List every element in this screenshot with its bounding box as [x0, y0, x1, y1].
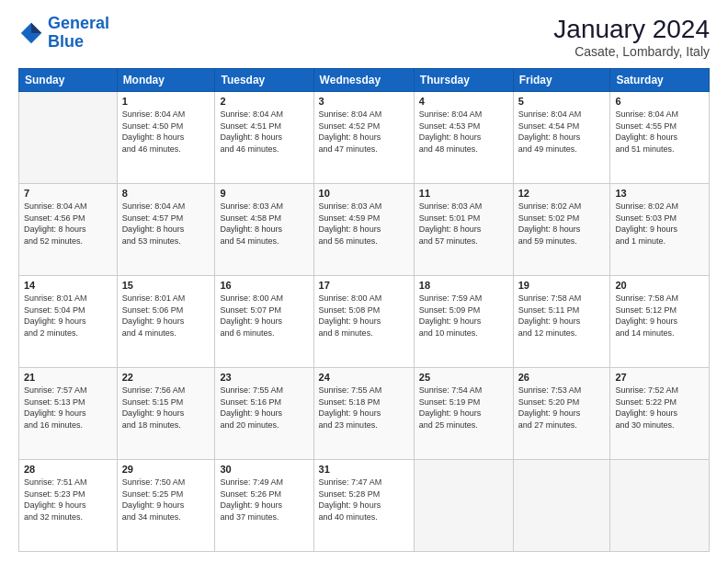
calendar-cell: 31Sunrise: 7:47 AM Sunset: 5:28 PM Dayli…	[313, 460, 414, 552]
day-number: 30	[220, 464, 308, 475]
day-number: 10	[319, 188, 409, 199]
day-info: Sunrise: 7:58 AM Sunset: 5:12 PM Dayligh…	[615, 293, 704, 339]
calendar-cell: 11Sunrise: 8:03 AM Sunset: 5:01 PM Dayli…	[414, 184, 513, 276]
calendar-cell	[513, 460, 610, 552]
day-number: 27	[615, 372, 704, 383]
calendar-cell: 3Sunrise: 8:04 AM Sunset: 4:52 PM Daylig…	[313, 92, 414, 184]
day-number: 25	[419, 372, 508, 383]
day-info: Sunrise: 8:04 AM Sunset: 4:53 PM Dayligh…	[419, 109, 508, 155]
weekday-header-monday: Monday	[117, 69, 215, 92]
day-info: Sunrise: 7:55 AM Sunset: 5:16 PM Dayligh…	[220, 385, 308, 431]
day-info: Sunrise: 8:03 AM Sunset: 4:59 PM Dayligh…	[319, 201, 409, 247]
day-info: Sunrise: 8:03 AM Sunset: 4:58 PM Dayligh…	[220, 201, 308, 247]
day-info: Sunrise: 8:01 AM Sunset: 5:06 PM Dayligh…	[122, 293, 210, 339]
day-info: Sunrise: 7:50 AM Sunset: 5:25 PM Dayligh…	[122, 477, 210, 523]
day-info: Sunrise: 7:58 AM Sunset: 5:11 PM Dayligh…	[518, 293, 606, 339]
day-number: 4	[419, 96, 508, 107]
day-info: Sunrise: 8:04 AM Sunset: 4:52 PM Dayligh…	[319, 109, 409, 155]
day-info: Sunrise: 8:04 AM Sunset: 4:54 PM Dayligh…	[518, 109, 606, 155]
calendar-cell: 24Sunrise: 7:55 AM Sunset: 5:18 PM Dayli…	[313, 368, 414, 460]
calendar-cell: 19Sunrise: 7:58 AM Sunset: 5:11 PM Dayli…	[513, 276, 610, 368]
logo-icon	[18, 20, 44, 46]
calendar-cell: 5Sunrise: 8:04 AM Sunset: 4:54 PM Daylig…	[513, 92, 610, 184]
day-info: Sunrise: 8:02 AM Sunset: 5:02 PM Dayligh…	[518, 201, 606, 247]
calendar-cell	[19, 92, 118, 184]
weekday-header-row: SundayMondayTuesdayWednesdayThursdayFrid…	[19, 69, 710, 92]
day-info: Sunrise: 8:04 AM Sunset: 4:50 PM Dayligh…	[122, 109, 210, 155]
svg-marker-1	[31, 23, 41, 33]
day-number: 14	[24, 280, 112, 291]
day-number: 13	[615, 188, 704, 199]
day-number: 5	[518, 96, 606, 107]
calendar-cell: 20Sunrise: 7:58 AM Sunset: 5:12 PM Dayli…	[610, 276, 710, 368]
day-number: 3	[319, 96, 409, 107]
day-info: Sunrise: 7:52 AM Sunset: 5:22 PM Dayligh…	[615, 385, 704, 431]
day-number: 19	[518, 280, 606, 291]
calendar-cell: 9Sunrise: 8:03 AM Sunset: 4:58 PM Daylig…	[215, 184, 313, 276]
page: General Blue January 2024 Casate, Lombar…	[0, 0, 728, 563]
day-info: Sunrise: 8:02 AM Sunset: 5:03 PM Dayligh…	[615, 201, 704, 247]
day-number: 22	[122, 372, 210, 383]
day-number: 17	[319, 280, 409, 291]
day-number: 7	[24, 188, 112, 199]
day-number: 12	[518, 188, 606, 199]
calendar-cell: 12Sunrise: 8:02 AM Sunset: 5:02 PM Dayli…	[513, 184, 610, 276]
day-number: 11	[419, 188, 508, 199]
weekday-header-tuesday: Tuesday	[215, 69, 313, 92]
main-title: January 2024	[553, 15, 710, 44]
weekday-header-friday: Friday	[513, 69, 610, 92]
calendar-cell: 7Sunrise: 8:04 AM Sunset: 4:56 PM Daylig…	[19, 184, 118, 276]
day-info: Sunrise: 7:49 AM Sunset: 5:26 PM Dayligh…	[220, 477, 308, 523]
calendar-cell: 14Sunrise: 8:01 AM Sunset: 5:04 PM Dayli…	[19, 276, 118, 368]
week-row-1: 1Sunrise: 8:04 AM Sunset: 4:50 PM Daylig…	[19, 92, 710, 184]
day-number: 8	[122, 188, 210, 199]
day-info: Sunrise: 8:04 AM Sunset: 4:56 PM Dayligh…	[24, 201, 112, 247]
day-info: Sunrise: 8:04 AM Sunset: 4:55 PM Dayligh…	[615, 109, 704, 155]
calendar-cell: 4Sunrise: 8:04 AM Sunset: 4:53 PM Daylig…	[414, 92, 513, 184]
calendar-cell: 23Sunrise: 7:55 AM Sunset: 5:16 PM Dayli…	[215, 368, 313, 460]
day-info: Sunrise: 8:01 AM Sunset: 5:04 PM Dayligh…	[24, 293, 112, 339]
weekday-header-saturday: Saturday	[610, 69, 710, 92]
day-info: Sunrise: 8:03 AM Sunset: 5:01 PM Dayligh…	[419, 201, 508, 247]
day-info: Sunrise: 7:56 AM Sunset: 5:15 PM Dayligh…	[122, 385, 210, 431]
weekday-header-thursday: Thursday	[414, 69, 513, 92]
calendar-cell: 16Sunrise: 8:00 AM Sunset: 5:07 PM Dayli…	[215, 276, 313, 368]
day-number: 28	[24, 464, 112, 475]
day-number: 2	[220, 96, 308, 107]
day-info: Sunrise: 7:55 AM Sunset: 5:18 PM Dayligh…	[319, 385, 409, 431]
calendar-cell: 22Sunrise: 7:56 AM Sunset: 5:15 PM Dayli…	[117, 368, 215, 460]
day-info: Sunrise: 7:51 AM Sunset: 5:23 PM Dayligh…	[24, 477, 112, 523]
day-info: Sunrise: 7:57 AM Sunset: 5:13 PM Dayligh…	[24, 385, 112, 431]
calendar-cell: 17Sunrise: 8:00 AM Sunset: 5:08 PM Dayli…	[313, 276, 414, 368]
subtitle: Casate, Lombardy, Italy	[553, 44, 710, 59]
day-info: Sunrise: 8:04 AM Sunset: 4:57 PM Dayligh…	[122, 201, 210, 247]
calendar-cell: 2Sunrise: 8:04 AM Sunset: 4:51 PM Daylig…	[215, 92, 313, 184]
day-info: Sunrise: 7:53 AM Sunset: 5:20 PM Dayligh…	[518, 385, 606, 431]
day-number: 26	[518, 372, 606, 383]
weekday-header-wednesday: Wednesday	[313, 69, 414, 92]
day-info: Sunrise: 7:47 AM Sunset: 5:28 PM Dayligh…	[319, 477, 409, 523]
calendar-table: SundayMondayTuesdayWednesdayThursdayFrid…	[18, 68, 710, 552]
calendar-cell: 1Sunrise: 8:04 AM Sunset: 4:50 PM Daylig…	[117, 92, 215, 184]
title-block: January 2024 Casate, Lombardy, Italy	[553, 15, 710, 59]
week-row-2: 7Sunrise: 8:04 AM Sunset: 4:56 PM Daylig…	[19, 184, 710, 276]
day-number: 1	[122, 96, 210, 107]
calendar-cell: 6Sunrise: 8:04 AM Sunset: 4:55 PM Daylig…	[610, 92, 710, 184]
day-number: 16	[220, 280, 308, 291]
calendar-cell: 26Sunrise: 7:53 AM Sunset: 5:20 PM Dayli…	[513, 368, 610, 460]
calendar-cell: 28Sunrise: 7:51 AM Sunset: 5:23 PM Dayli…	[19, 460, 118, 552]
day-number: 20	[615, 280, 704, 291]
weekday-header-sunday: Sunday	[19, 69, 118, 92]
week-row-4: 21Sunrise: 7:57 AM Sunset: 5:13 PM Dayli…	[19, 368, 710, 460]
calendar-cell: 29Sunrise: 7:50 AM Sunset: 5:25 PM Dayli…	[117, 460, 215, 552]
calendar-cell: 10Sunrise: 8:03 AM Sunset: 4:59 PM Dayli…	[313, 184, 414, 276]
calendar-cell	[414, 460, 513, 552]
day-number: 29	[122, 464, 210, 475]
logo: General Blue	[18, 15, 109, 52]
day-number: 23	[220, 372, 308, 383]
day-number: 21	[24, 372, 112, 383]
header: General Blue January 2024 Casate, Lombar…	[18, 15, 710, 59]
day-number: 24	[319, 372, 409, 383]
calendar-cell: 8Sunrise: 8:04 AM Sunset: 4:57 PM Daylig…	[117, 184, 215, 276]
week-row-5: 28Sunrise: 7:51 AM Sunset: 5:23 PM Dayli…	[19, 460, 710, 552]
